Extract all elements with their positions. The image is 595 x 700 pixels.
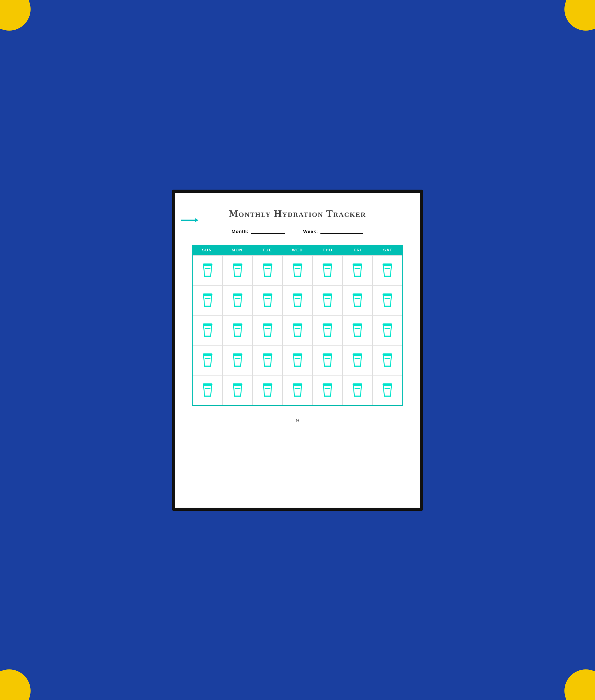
calendar-cell[interactable] <box>253 315 283 345</box>
calendar-cell[interactable] <box>372 285 402 315</box>
week-input[interactable] <box>320 228 363 234</box>
cup-icon <box>260 322 276 338</box>
cup-icon <box>230 262 246 278</box>
cup-icon <box>230 322 246 338</box>
cup-icon <box>200 262 216 278</box>
cup-icon <box>349 262 365 278</box>
calendar-cell[interactable] <box>342 255 372 285</box>
calendar-cell[interactable] <box>223 285 253 315</box>
calendar-cell[interactable] <box>372 255 402 285</box>
cup-icon <box>349 352 365 368</box>
day-header-fri: Fri <box>343 245 373 255</box>
calendar-cell[interactable] <box>283 375 312 405</box>
corner-decoration-br <box>564 669 595 700</box>
cup-icon <box>379 292 395 308</box>
calendar-cell[interactable] <box>253 285 283 315</box>
week-field-group: Week: <box>303 228 364 234</box>
calendar-cell[interactable] <box>253 345 283 375</box>
cup-icon <box>289 382 306 398</box>
calendar-cell[interactable] <box>342 285 372 315</box>
calendar-cell[interactable] <box>312 255 342 285</box>
month-label: Month: <box>232 229 249 234</box>
calendar-cell[interactable] <box>253 255 283 285</box>
cup-icon <box>319 382 335 398</box>
corner-decoration-bl <box>0 669 31 700</box>
cup-icon <box>200 292 216 308</box>
cup-icon <box>319 262 335 278</box>
day-header-sat: Sat <box>373 245 403 255</box>
fields-row: Month: Week: <box>232 228 364 234</box>
paper: Monthly Hydration Tracker Month: Week: S… <box>175 193 420 508</box>
cup-icon <box>260 292 276 308</box>
calendar-cell[interactable] <box>372 345 402 375</box>
corner-decoration-tl <box>0 0 31 31</box>
cup-icon <box>230 352 246 368</box>
calendar-cell[interactable] <box>193 345 223 375</box>
cup-icon <box>200 352 216 368</box>
cup-icon <box>260 262 276 278</box>
cup-icon <box>200 322 216 338</box>
calendar-cell[interactable] <box>283 345 312 375</box>
cup-icon <box>230 292 246 308</box>
cup-icon <box>289 292 306 308</box>
day-header-tue: Tue <box>252 245 283 255</box>
page-title: Monthly Hydration Tracker <box>229 208 366 219</box>
calendar-cell[interactable] <box>312 345 342 375</box>
day-header-thu: Thu <box>312 245 343 255</box>
calendar-grid <box>192 255 403 406</box>
arrow-decoration <box>181 220 197 221</box>
calendar-cell[interactable] <box>223 375 253 405</box>
calendar-cell[interactable] <box>283 255 312 285</box>
cup-icon <box>319 292 335 308</box>
calendar-cell[interactable] <box>193 285 223 315</box>
cup-icon <box>379 262 395 278</box>
paper-outer: Monthly Hydration Tracker Month: Week: S… <box>172 190 423 511</box>
day-header-wed: Wed <box>283 245 313 255</box>
cup-icon <box>319 352 335 368</box>
cup-icon <box>260 382 276 398</box>
calendar-cell[interactable] <box>342 315 372 345</box>
cup-icon <box>260 352 276 368</box>
calendar-cell[interactable] <box>372 315 402 345</box>
month-input[interactable] <box>251 228 285 234</box>
cup-icon <box>230 382 246 398</box>
cup-icon <box>379 352 395 368</box>
calendar-cell[interactable] <box>312 375 342 405</box>
calendar-cell[interactable] <box>372 375 402 405</box>
page-number: 9 <box>296 418 299 424</box>
calendar-cell[interactable] <box>342 375 372 405</box>
calendar-cell[interactable] <box>193 315 223 345</box>
calendar-header: Sun Mon Tue Wed Thu Fri Sat <box>192 245 403 255</box>
calendar-cell[interactable] <box>283 315 312 345</box>
corner-decoration-tr <box>564 0 595 31</box>
cup-icon <box>289 352 306 368</box>
month-field-group: Month: <box>232 228 285 234</box>
calendar-cell[interactable] <box>312 285 342 315</box>
cup-icon <box>289 262 306 278</box>
day-header-mon: Mon <box>222 245 253 255</box>
calendar-cell[interactable] <box>193 255 223 285</box>
day-header-sun: Sun <box>192 245 222 255</box>
calendar-cell[interactable] <box>283 285 312 315</box>
calendar-cell[interactable] <box>253 375 283 405</box>
week-label: Week: <box>303 229 318 234</box>
calendar-cell[interactable] <box>223 345 253 375</box>
calendar-cell[interactable] <box>312 315 342 345</box>
cup-icon <box>319 322 335 338</box>
cup-icon <box>379 322 395 338</box>
calendar-cell[interactable] <box>223 315 253 345</box>
cup-icon <box>379 382 395 398</box>
cup-icon <box>349 382 365 398</box>
calendar-cell[interactable] <box>193 375 223 405</box>
cup-icon <box>200 382 216 398</box>
calendar-cell[interactable] <box>342 345 372 375</box>
cup-icon <box>349 322 365 338</box>
calendar-cell[interactable] <box>223 255 253 285</box>
cup-icon <box>349 292 365 308</box>
cup-icon <box>289 322 306 338</box>
